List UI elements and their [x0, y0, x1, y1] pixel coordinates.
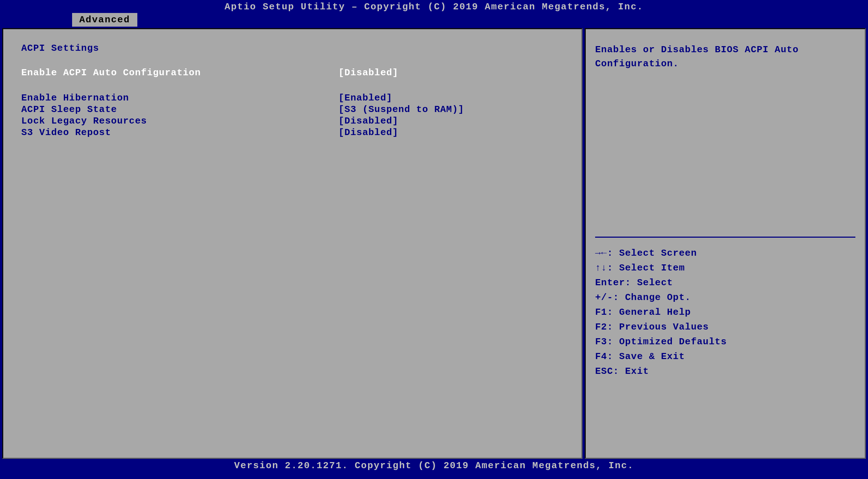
- tab-bar: Advanced: [0, 13, 868, 28]
- panel-title: ACPI Settings: [21, 43, 563, 54]
- setting-label: ACPI Sleep State: [21, 104, 338, 115]
- settings-panel: ACPI Settings Enable ACPI Auto Configura…: [2, 28, 583, 459]
- tab-advanced[interactable]: Advanced: [72, 13, 137, 27]
- key-f2: F2: Previous Values: [595, 320, 855, 334]
- setting-label: S3 Video Repost: [21, 127, 338, 138]
- footer-bar: Version 2.20.1271. Copyright (C) 2019 Am…: [0, 459, 868, 477]
- bottom-spacer: [595, 379, 855, 444]
- divider: [595, 237, 855, 238]
- setting-value: [Enabled]: [338, 93, 392, 103]
- main-area: ACPI Settings Enable ACPI Auto Configura…: [0, 28, 868, 459]
- key-f4: F4: Save & Exit: [595, 350, 855, 364]
- key-enter: Enter: Select: [595, 276, 855, 290]
- setting-label: Enable ACPI Auto Configuration: [21, 67, 338, 78]
- key-select-screen: →←: Select Screen: [595, 246, 855, 260]
- setting-s3-video-repost[interactable]: S3 Video Repost [Disabled]: [21, 127, 563, 138]
- setting-enable-hibernation[interactable]: Enable Hibernation [Enabled]: [21, 93, 563, 103]
- bios-setup-screen: Aptio Setup Utility – Copyright (C) 2019…: [0, 0, 868, 479]
- key-select-item: ↑↓: Select Item: [595, 261, 855, 275]
- key-help: →←: Select Screen ↑↓: Select Item Enter:…: [595, 246, 855, 379]
- key-change-opt: +/-: Change Opt.: [595, 291, 855, 305]
- footer-text: Version 2.20.1271. Copyright (C) 2019 Am…: [234, 460, 634, 471]
- key-f3: F3: Optimized Defaults: [595, 335, 855, 349]
- help-text: Enables or Disables BIOS ACPI Auto Confi…: [595, 43, 855, 228]
- spacer: [21, 79, 563, 93]
- setting-value: [S3 (Suspend to RAM)]: [338, 104, 464, 115]
- setting-label: Enable Hibernation: [21, 93, 338, 103]
- key-esc: ESC: Exit: [595, 364, 855, 379]
- setting-label: Lock Legacy Resources: [21, 116, 338, 126]
- setting-acpi-auto-configuration[interactable]: Enable ACPI Auto Configuration [Disabled…: [21, 67, 563, 78]
- header-bar: Aptio Setup Utility – Copyright (C) 2019…: [0, 0, 868, 13]
- setting-value: [Disabled]: [338, 67, 398, 78]
- setting-value: [Disabled]: [338, 116, 398, 126]
- setting-value: [Disabled]: [338, 127, 398, 138]
- setting-acpi-sleep-state[interactable]: ACPI Sleep State [S3 (Suspend to RAM)]: [21, 104, 563, 115]
- key-f1: F1: General Help: [595, 305, 855, 319]
- header-title: Aptio Setup Utility – Copyright (C) 2019…: [225, 1, 643, 12]
- setting-lock-legacy-resources[interactable]: Lock Legacy Resources [Disabled]: [21, 116, 563, 126]
- help-panel: Enables or Disables BIOS ACPI Auto Confi…: [585, 28, 866, 459]
